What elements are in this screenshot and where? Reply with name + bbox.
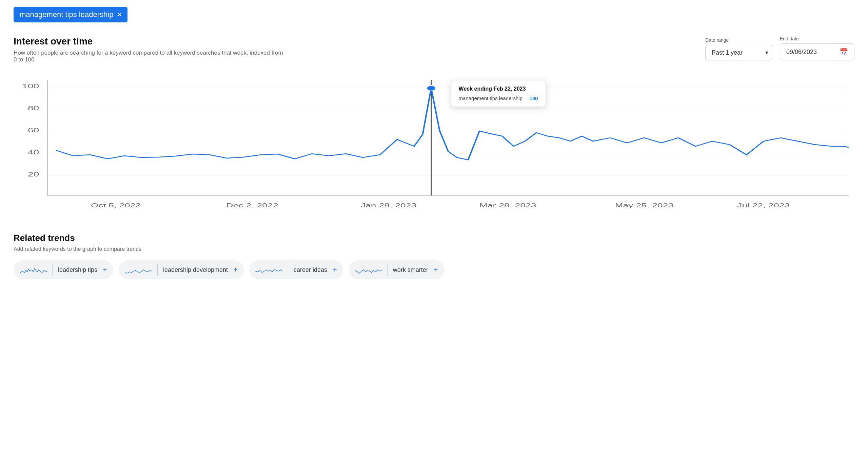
end-date-value: 09/06/2023 xyxy=(786,49,817,56)
svg-text:Jul 22, 2023: Jul 22, 2023 xyxy=(737,202,790,209)
related-item-label-career-ideas: career ideas xyxy=(294,266,327,274)
svg-text:60: 60 xyxy=(28,127,39,134)
svg-text:Oct 5, 2022: Oct 5, 2022 xyxy=(91,202,141,209)
related-item-leadership-dev[interactable]: leadership development + xyxy=(119,260,244,279)
section-title: Interest over time xyxy=(14,36,285,47)
svg-point-19 xyxy=(427,86,436,91)
section-subtitle: How often people are searching for a key… xyxy=(14,50,285,63)
related-item-work-smarter[interactable]: work smarter + xyxy=(349,260,444,279)
sparkline-leadership-tips xyxy=(20,264,47,276)
sparkline-leadership-dev xyxy=(125,264,152,276)
related-item-add-leadership-dev[interactable]: + xyxy=(233,265,238,274)
related-item-add-leadership-tips[interactable]: + xyxy=(103,265,107,274)
chart-svg: 100 80 60 40 20 Oct 5, 2022 Dec 2, 2022 … xyxy=(14,73,854,216)
divider xyxy=(52,264,53,276)
sparkline-work-smarter xyxy=(355,264,382,276)
search-tag-close[interactable]: × xyxy=(117,11,121,18)
divider xyxy=(387,264,388,276)
related-trends-section: Related trends Add related keywords to t… xyxy=(14,233,854,279)
chart-container: 100 80 60 40 20 Oct 5, 2022 Dec 2, 2022 … xyxy=(14,73,854,216)
controls: Date range Past 1 year Past 3 months Pas… xyxy=(705,36,854,60)
date-range-select[interactable]: Past 1 year Past 3 months Past 6 months … xyxy=(705,45,773,60)
related-item-career-ideas[interactable]: career ideas + xyxy=(249,260,343,279)
end-date-label: End date xyxy=(780,36,854,41)
search-tag: management tips leadership × xyxy=(14,7,127,22)
svg-text:80: 80 xyxy=(28,105,39,112)
interest-section-header: Interest over time How often people are … xyxy=(14,36,854,63)
svg-text:Mar 28, 2023: Mar 28, 2023 xyxy=(479,202,536,209)
date-range-group: Date range Past 1 year Past 3 months Pas… xyxy=(705,37,773,60)
section-title-group: Interest over time How often people are … xyxy=(14,36,285,63)
related-item-label-leadership-tips: leadership tips xyxy=(58,266,97,274)
date-range-label: Date range xyxy=(705,37,773,43)
divider xyxy=(288,264,288,276)
date-range-select-wrapper[interactable]: Past 1 year Past 3 months Past 6 months … xyxy=(705,45,773,60)
related-item-label-leadership-dev: leadership development xyxy=(163,266,228,274)
related-item-add-career-ideas[interactable]: + xyxy=(333,265,337,274)
svg-text:100: 100 xyxy=(22,83,39,90)
related-item-label-work-smarter: work smarter xyxy=(393,266,428,274)
svg-text:Jan 29, 2023: Jan 29, 2023 xyxy=(361,202,417,209)
related-items: leadership tips + leadership development… xyxy=(14,260,854,279)
related-item-leadership-tips[interactable]: leadership tips + xyxy=(14,260,113,279)
end-date-group: End date 09/06/2023 📅 xyxy=(780,36,854,60)
divider xyxy=(157,264,158,276)
search-tag-label: management tips leadership xyxy=(20,10,113,19)
svg-text:20: 20 xyxy=(28,171,39,178)
end-date-input[interactable]: 09/06/2023 📅 xyxy=(780,43,854,60)
svg-text:40: 40 xyxy=(28,149,39,156)
svg-text:Dec 2, 2022: Dec 2, 2022 xyxy=(226,202,278,209)
sparkline-career-ideas xyxy=(255,264,282,276)
related-trends-title: Related trends xyxy=(14,233,854,243)
calendar-icon: 📅 xyxy=(840,48,848,56)
related-trends-subtitle: Add related keywords to the graph to com… xyxy=(14,246,854,252)
svg-text:May 25, 2023: May 25, 2023 xyxy=(615,202,673,209)
related-item-add-work-smarter[interactable]: + xyxy=(434,265,438,274)
